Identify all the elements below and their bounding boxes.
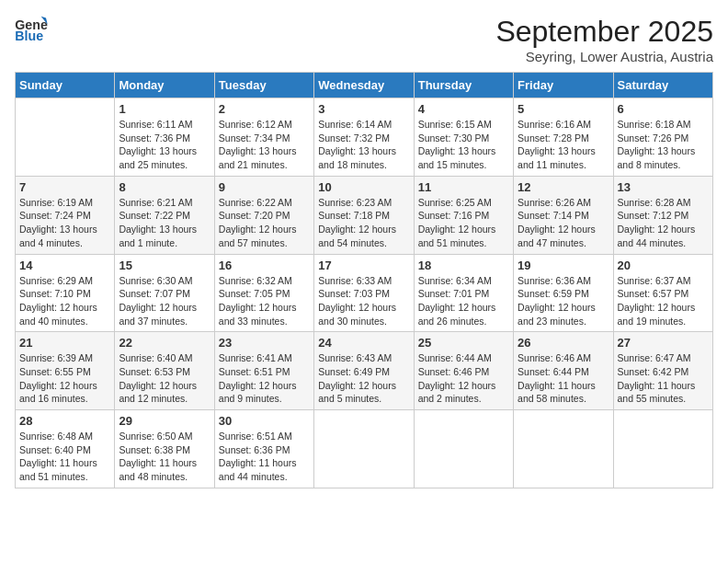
- cell-details: Sunrise: 6:39 AMSunset: 6:55 PMDaylight:…: [19, 351, 110, 406]
- calendar-cell: [514, 410, 613, 488]
- cell-details: Sunrise: 6:26 AMSunset: 7:14 PMDaylight:…: [518, 196, 609, 250]
- page-header: General Blue September 2025 Seyring, Low…: [15, 15, 713, 64]
- day-number: 22: [119, 336, 210, 350]
- calendar-cell: 17Sunrise: 6:33 AMSunset: 7:03 PMDayligh…: [314, 254, 414, 332]
- header-day: Thursday: [414, 73, 513, 98]
- cell-details: Sunrise: 6:46 AMSunset: 6:44 PMDaylight:…: [518, 351, 609, 406]
- calendar-cell: 13Sunrise: 6:28 AMSunset: 7:12 PMDayligh…: [613, 176, 712, 254]
- calendar-cell: 16Sunrise: 6:32 AMSunset: 7:05 PMDayligh…: [214, 254, 313, 332]
- calendar-cell: 28Sunrise: 6:48 AMSunset: 6:40 PMDayligh…: [16, 410, 115, 488]
- calendar-cell: 11Sunrise: 6:25 AMSunset: 7:16 PMDayligh…: [414, 176, 513, 254]
- calendar-cell: 1Sunrise: 6:11 AMSunset: 7:36 PMDaylight…: [115, 98, 214, 177]
- calendar-cell: 30Sunrise: 6:51 AMSunset: 6:36 PMDayligh…: [214, 410, 313, 488]
- day-number: 6: [618, 102, 709, 116]
- day-number: 30: [219, 414, 310, 428]
- calendar-cell: 9Sunrise: 6:22 AMSunset: 7:20 PMDaylight…: [214, 176, 313, 254]
- day-number: 10: [318, 180, 409, 194]
- day-number: 17: [318, 259, 409, 272]
- day-number: 21: [19, 336, 110, 350]
- calendar-cell: [613, 410, 712, 488]
- day-number: 18: [418, 259, 509, 272]
- calendar-cell: 5Sunrise: 6:16 AMSunset: 7:28 PMDaylight…: [514, 98, 613, 177]
- page-subtitle: Seyring, Lower Austria, Austria: [495, 49, 713, 64]
- day-number: 3: [318, 102, 409, 116]
- calendar-week-row: 14Sunrise: 6:29 AMSunset: 7:10 PMDayligh…: [16, 254, 713, 332]
- day-number: 23: [219, 336, 310, 350]
- day-number: 9: [219, 180, 310, 194]
- title-block: September 2025 Seyring, Lower Austria, A…: [495, 15, 713, 64]
- day-number: 25: [418, 336, 509, 350]
- cell-details: Sunrise: 6:23 AMSunset: 7:18 PMDaylight:…: [318, 196, 409, 250]
- day-number: 7: [19, 180, 110, 194]
- day-number: 29: [119, 414, 210, 428]
- day-number: 16: [219, 259, 310, 272]
- calendar-week-row: 7Sunrise: 6:19 AMSunset: 7:24 PMDaylight…: [16, 176, 713, 254]
- cell-details: Sunrise: 6:44 AMSunset: 6:46 PMDaylight:…: [418, 351, 509, 406]
- logo-icon: General Blue: [15, 15, 48, 44]
- cell-details: Sunrise: 6:36 AMSunset: 6:59 PMDaylight:…: [518, 274, 609, 328]
- calendar-cell: 3Sunrise: 6:14 AMSunset: 7:32 PMDaylight…: [314, 98, 414, 177]
- day-number: 11: [418, 180, 509, 194]
- calendar-cell: 26Sunrise: 6:46 AMSunset: 6:44 PMDayligh…: [514, 332, 613, 410]
- calendar-cell: 24Sunrise: 6:43 AMSunset: 6:49 PMDayligh…: [314, 332, 414, 410]
- cell-details: Sunrise: 6:18 AMSunset: 7:26 PMDaylight:…: [618, 118, 709, 172]
- logo: General Blue: [15, 15, 48, 44]
- svg-text:Blue: Blue: [15, 29, 43, 43]
- cell-details: Sunrise: 6:16 AMSunset: 7:28 PMDaylight:…: [518, 118, 609, 172]
- calendar-cell: 6Sunrise: 6:18 AMSunset: 7:26 PMDaylight…: [613, 98, 712, 177]
- cell-details: Sunrise: 6:30 AMSunset: 7:07 PMDaylight:…: [119, 274, 210, 328]
- page-title: September 2025: [495, 15, 713, 49]
- cell-details: Sunrise: 6:14 AMSunset: 7:32 PMDaylight:…: [318, 118, 409, 172]
- cell-details: Sunrise: 6:33 AMSunset: 7:03 PMDaylight:…: [318, 274, 409, 328]
- calendar-cell: [314, 410, 414, 488]
- header-row: SundayMondayTuesdayWednesdayThursdayFrid…: [16, 73, 713, 98]
- calendar-cell: 29Sunrise: 6:50 AMSunset: 6:38 PMDayligh…: [115, 410, 214, 488]
- day-number: 12: [518, 180, 609, 194]
- header-day: Friday: [514, 73, 613, 98]
- cell-details: Sunrise: 6:50 AMSunset: 6:38 PMDaylight:…: [119, 430, 210, 484]
- calendar-cell: 15Sunrise: 6:30 AMSunset: 7:07 PMDayligh…: [115, 254, 214, 332]
- calendar-cell: 10Sunrise: 6:23 AMSunset: 7:18 PMDayligh…: [314, 176, 414, 254]
- header-day: Tuesday: [214, 73, 313, 98]
- calendar-cell: 7Sunrise: 6:19 AMSunset: 7:24 PMDaylight…: [16, 176, 115, 254]
- calendar-cell: 21Sunrise: 6:39 AMSunset: 6:55 PMDayligh…: [16, 332, 115, 410]
- day-number: 24: [318, 336, 409, 350]
- day-number: 14: [19, 259, 110, 272]
- calendar-cell: 20Sunrise: 6:37 AMSunset: 6:57 PMDayligh…: [613, 254, 712, 332]
- day-number: 13: [618, 180, 709, 194]
- cell-details: Sunrise: 6:11 AMSunset: 7:36 PMDaylight:…: [119, 118, 210, 172]
- day-number: 5: [518, 102, 609, 116]
- day-number: 8: [119, 180, 210, 194]
- calendar-cell: 25Sunrise: 6:44 AMSunset: 6:46 PMDayligh…: [414, 332, 513, 410]
- day-number: 15: [119, 259, 210, 272]
- header-day: Saturday: [613, 73, 712, 98]
- header-day: Monday: [115, 73, 214, 98]
- calendar-cell: 19Sunrise: 6:36 AMSunset: 6:59 PMDayligh…: [514, 254, 613, 332]
- calendar-week-row: 21Sunrise: 6:39 AMSunset: 6:55 PMDayligh…: [16, 332, 713, 410]
- cell-details: Sunrise: 6:19 AMSunset: 7:24 PMDaylight:…: [19, 196, 110, 250]
- cell-details: Sunrise: 6:40 AMSunset: 6:53 PMDaylight:…: [119, 351, 210, 406]
- calendar-cell: 12Sunrise: 6:26 AMSunset: 7:14 PMDayligh…: [514, 176, 613, 254]
- cell-details: Sunrise: 6:48 AMSunset: 6:40 PMDaylight:…: [19, 430, 110, 484]
- calendar-cell: 27Sunrise: 6:47 AMSunset: 6:42 PMDayligh…: [613, 332, 712, 410]
- cell-details: Sunrise: 6:12 AMSunset: 7:34 PMDaylight:…: [219, 118, 310, 172]
- header-day: Sunday: [16, 73, 115, 98]
- cell-details: Sunrise: 6:47 AMSunset: 6:42 PMDaylight:…: [618, 351, 709, 406]
- day-number: 26: [518, 336, 609, 350]
- header-day: Wednesday: [314, 73, 414, 98]
- day-number: 19: [518, 259, 609, 272]
- calendar-cell: 23Sunrise: 6:41 AMSunset: 6:51 PMDayligh…: [214, 332, 313, 410]
- calendar-week-row: 28Sunrise: 6:48 AMSunset: 6:40 PMDayligh…: [16, 410, 713, 488]
- calendar-cell: 18Sunrise: 6:34 AMSunset: 7:01 PMDayligh…: [414, 254, 513, 332]
- cell-details: Sunrise: 6:28 AMSunset: 7:12 PMDaylight:…: [618, 196, 709, 250]
- calendar-cell: 8Sunrise: 6:21 AMSunset: 7:22 PMDaylight…: [115, 176, 214, 254]
- calendar-cell: 22Sunrise: 6:40 AMSunset: 6:53 PMDayligh…: [115, 332, 214, 410]
- cell-details: Sunrise: 6:29 AMSunset: 7:10 PMDaylight:…: [19, 274, 110, 328]
- day-number: 28: [19, 414, 110, 428]
- cell-details: Sunrise: 6:21 AMSunset: 7:22 PMDaylight:…: [119, 196, 210, 250]
- calendar-cell: [414, 410, 513, 488]
- day-number: 27: [618, 336, 709, 350]
- cell-details: Sunrise: 6:22 AMSunset: 7:20 PMDaylight:…: [219, 196, 310, 250]
- day-number: 1: [119, 102, 210, 116]
- calendar-cell: 2Sunrise: 6:12 AMSunset: 7:34 PMDaylight…: [214, 98, 313, 177]
